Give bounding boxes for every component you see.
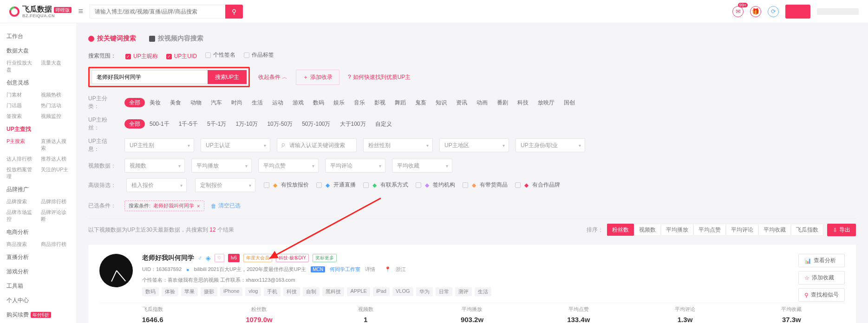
category-pill[interactable]: 汽车: [206, 98, 227, 107]
content-tag[interactable]: 测评: [455, 287, 472, 296]
remove-condition-icon[interactable]: ×: [197, 203, 200, 209]
scope-checkbox[interactable]: 作品标签: [244, 51, 274, 59]
adv-checkbox[interactable]: ◆有带货商品: [463, 181, 508, 189]
adv-checkbox[interactable]: ◆签约机构: [416, 181, 455, 189]
sidebar-section-title[interactable]: 电商分析: [4, 225, 72, 239]
adv-checkbox[interactable]: ◆有投放报价: [264, 181, 309, 189]
toggle-conditions-link[interactable]: 收起条件 ︿: [258, 73, 287, 81]
category-pill[interactable]: 全部: [124, 98, 145, 107]
content-tag[interactable]: 摄影: [201, 287, 217, 296]
sidebar-link[interactable]: 视频监控: [38, 111, 72, 122]
global-search-button[interactable]: ⚲: [225, 5, 243, 19]
sidebar-link[interactable]: 签搜索: [4, 111, 38, 122]
view-analysis-button[interactable]: 📊查看分析: [798, 254, 845, 267]
fans-pill[interactable]: 5千-1万: [202, 119, 231, 129]
sidebar-link[interactable]: 关注的UP主: [38, 164, 72, 182]
sidebar-section-title[interactable]: 工具箱: [4, 278, 72, 293]
scope-checkbox[interactable]: ✓UP主UID: [166, 52, 197, 60]
category-pill[interactable]: 娱乐: [329, 98, 349, 107]
sort-pill[interactable]: 粉丝数: [607, 224, 634, 236]
sidebar-link[interactable]: 流量大盘: [38, 58, 72, 75]
sidebar-link[interactable]: 热门活动: [38, 100, 72, 111]
tab-keyword-search[interactable]: 按关键词搜索: [88, 34, 136, 43]
sidebar-link[interactable]: 商品搜索: [4, 239, 38, 250]
fans-pill[interactable]: 1千-5千: [174, 119, 202, 129]
sidebar-link[interactable]: 品牌市场监控: [4, 207, 38, 225]
more-tags-badge[interactable]: 奖标更多: [313, 254, 337, 262]
help-link[interactable]: ?如何快速找到优质UP主: [348, 73, 411, 81]
global-search-input[interactable]: [90, 5, 225, 19]
content-tag[interactable]: 华为: [416, 287, 433, 296]
select-fan-gender[interactable]: 粉丝性别: [363, 138, 433, 152]
adv-checkbox[interactable]: ◆有联系方式: [363, 181, 408, 189]
sidebar-link[interactable]: 行业投放大盘: [4, 58, 38, 75]
category-pill[interactable]: 番剧: [492, 98, 513, 107]
category-pill[interactable]: 动物: [186, 98, 206, 107]
menu-toggle-icon[interactable]: ≡: [78, 6, 83, 16]
user-name[interactable]: [817, 8, 859, 15]
sidebar-link[interactable]: 门素材: [4, 90, 38, 100]
content-tag[interactable]: 日常: [436, 287, 452, 296]
scope-checkbox[interactable]: 个性签名: [205, 51, 235, 59]
sort-pill[interactable]: 平均播放: [661, 224, 693, 236]
sort-pill[interactable]: 平均评论: [726, 224, 758, 236]
tab-video-content-search[interactable]: 按视频内容搜索: [149, 34, 203, 43]
fans-pill[interactable]: 500-1千: [145, 119, 174, 129]
history-icon[interactable]: ⟳: [768, 6, 779, 17]
select-avg-comment[interactable]: 平均评论: [325, 159, 385, 173]
mcn-detail-link[interactable]: 详情: [365, 266, 375, 273]
select-gender[interactable]: UP主性别: [124, 138, 194, 152]
sidebar-link[interactable]: 达人排行榜: [4, 154, 38, 164]
sidebar-link[interactable]: 推荐达人榜: [38, 154, 72, 164]
category-pill[interactable]: 音乐: [349, 98, 370, 107]
fans-pill[interactable]: 10万-50万: [262, 119, 297, 129]
up-search-button[interactable]: 搜索UP主: [208, 70, 247, 84]
sort-pill[interactable]: 平均点赞: [693, 224, 726, 236]
content-tag[interactable]: 黑科技: [322, 287, 344, 296]
category-pill[interactable]: 数码: [308, 98, 329, 107]
sort-pill[interactable]: 飞瓜指数: [791, 224, 823, 236]
sidebar-section-title[interactable]: 数据大盘: [4, 43, 72, 58]
category-pill[interactable]: 放映厅: [533, 98, 559, 107]
category-pill[interactable]: 知识: [431, 98, 451, 107]
sidebar-link[interactable]: 品牌评论诊断: [38, 207, 72, 225]
sidebar-link[interactable]: 门话题: [4, 100, 38, 111]
content-tag[interactable]: 手机: [264, 287, 281, 296]
up-avatar[interactable]: [99, 254, 133, 287]
content-tag[interactable]: 数码: [142, 287, 159, 296]
select-region[interactable]: UP主地区: [439, 138, 509, 152]
fans-pill[interactable]: 50万-100万: [297, 119, 335, 129]
sidebar-section-title[interactable]: 游戏分析: [4, 264, 72, 278]
category-pill[interactable]: 科技: [513, 98, 533, 107]
fans-pill[interactable]: 全部: [124, 119, 145, 129]
gift-icon[interactable]: 🎁: [750, 6, 761, 17]
content-tag[interactable]: VLOG: [392, 287, 413, 296]
content-tag[interactable]: 体验: [162, 287, 178, 296]
select-avg-fav[interactable]: 平均收藏: [392, 159, 452, 173]
verify-keyword-input[interactable]: 请输入认证关键词搜索: [277, 138, 357, 152]
category-pill[interactable]: 运动: [268, 98, 288, 107]
content-tag[interactable]: 科技: [283, 287, 300, 296]
content-tag[interactable]: iPhone: [220, 287, 242, 296]
up-name[interactable]: 老师好我叫何同学: [142, 254, 194, 262]
sort-pill[interactable]: 视频数: [634, 224, 661, 236]
sidebar-section-title[interactable]: 创意灵感: [4, 75, 72, 90]
category-pill[interactable]: 鬼畜: [411, 98, 431, 107]
fans-pill[interactable]: 自定义: [371, 119, 397, 129]
scope-checkbox[interactable]: ✓UP主昵称: [125, 52, 158, 60]
sidebar-link[interactable]: 商品排行榜: [38, 239, 72, 250]
add-include-button[interactable]: ＋添加收录: [296, 70, 339, 85]
export-button[interactable]: ⇩导出: [827, 224, 856, 236]
user-avatar[interactable]: [785, 5, 810, 19]
category-pill[interactable]: 资讯: [451, 98, 472, 107]
select-avg-play[interactable]: 平均播放: [191, 159, 252, 173]
up-search-input[interactable]: [91, 70, 208, 84]
select-identity[interactable]: UP主身份/职业: [516, 138, 585, 152]
sidebar-link[interactable]: 视频热榜: [38, 90, 72, 100]
content-tag[interactable]: 生活: [475, 287, 491, 296]
mcn-name-link[interactable]: 何同学工作室: [330, 266, 360, 273]
content-tag[interactable]: vlog: [245, 287, 261, 296]
category-pill[interactable]: 动画: [472, 98, 492, 107]
sidebar-link[interactable]: 品牌搜索: [4, 196, 38, 207]
add-favorite-button[interactable]: ☆添加收藏: [798, 271, 845, 284]
